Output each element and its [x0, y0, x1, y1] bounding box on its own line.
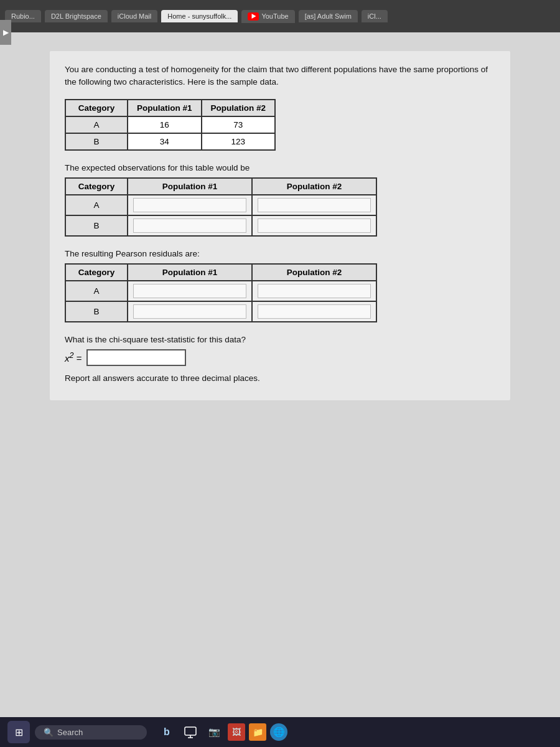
- taskbar-icon-b[interactable]: b: [157, 722, 177, 742]
- left-nav-arrow[interactable]: ▶: [0, 20, 11, 45]
- sample-row-a-pop2: 73: [202, 116, 276, 133]
- expected-row-b-pop1-cell[interactable]: [128, 215, 252, 236]
- expected-header-category: Category: [65, 178, 128, 195]
- expected-header-pop2: Population #2: [252, 178, 376, 195]
- tab-d2l[interactable]: D2L Brightspace: [45, 10, 108, 22]
- table-row: B: [65, 215, 376, 236]
- footer-note: Report all answers accurate to three dec…: [65, 374, 495, 383]
- expected-row-b-cat: B: [65, 215, 128, 236]
- pearson-row-b-pop1-cell[interactable]: [128, 301, 252, 322]
- search-icon: 🔍: [44, 728, 54, 737]
- expected-row-b-pop2-input[interactable]: [258, 218, 371, 233]
- pearson-header-category: Category: [65, 264, 128, 281]
- expected-row-a-cat: A: [65, 195, 128, 215]
- pearson-row-b-cat: B: [65, 301, 128, 322]
- sample-row-b-pop2: 123: [202, 133, 276, 150]
- sample-row-b-pop1: 34: [128, 133, 202, 150]
- taskbar-icons: b 📷 🖼 📁 🌐: [157, 722, 287, 742]
- expected-row-a-pop1-input[interactable]: [133, 198, 246, 212]
- expected-row-b-pop2-cell[interactable]: [252, 215, 376, 236]
- problem-intro: You are conducting a test of homogeneity…: [65, 63, 495, 89]
- pearson-table: Category Population #1 Population #2 A: [65, 263, 377, 322]
- content-box: You are conducting a test of homogeneity…: [50, 51, 510, 400]
- table-row: B: [65, 301, 376, 322]
- expected-row-b-pop1-input[interactable]: [133, 218, 246, 233]
- youtube-icon: [248, 12, 259, 21]
- windows-start-button[interactable]: ⊞: [7, 721, 30, 743]
- table-row: B 34 123: [65, 133, 275, 150]
- sample-data-table: Category Population #1 Population #2 A 1…: [65, 99, 276, 151]
- tab-home[interactable]: Home - sunysuffolk...: [161, 10, 238, 22]
- taskbar-icon-camera[interactable]: 📷: [204, 722, 224, 742]
- table-row: A 16 73: [65, 116, 275, 133]
- tab-icl[interactable]: iCl...: [362, 10, 388, 22]
- taskbar-icon-image[interactable]: 🖼: [228, 723, 245, 741]
- sample-header-category: Category: [65, 100, 128, 116]
- pearson-header-pop2: Population #2: [252, 264, 376, 281]
- tab-adultswim[interactable]: [as] Adult Swim: [299, 10, 358, 22]
- windows-icon: ⊞: [15, 726, 23, 738]
- taskbar-icon-monitor[interactable]: [180, 722, 200, 742]
- pearson-row-a-pop2-input[interactable]: [258, 284, 371, 298]
- chi-symbol: x2 =: [65, 351, 82, 364]
- chi-square-row: x2 =: [65, 349, 495, 366]
- expected-row-a-pop1-cell[interactable]: [128, 195, 252, 215]
- sample-row-a-cat: A: [65, 116, 128, 133]
- pearson-row-b-pop2-cell[interactable]: [252, 301, 376, 322]
- pearson-row-b-pop2-input[interactable]: [258, 304, 371, 319]
- tab-youtube[interactable]: YouTube: [241, 10, 294, 23]
- pearson-row-b-pop1-input[interactable]: [133, 304, 246, 319]
- sample-header-pop1: Population #1: [128, 100, 202, 116]
- pearson-row-a-pop1-input[interactable]: [133, 284, 246, 298]
- taskbar-search-bar[interactable]: 🔍 Search: [35, 725, 147, 740]
- search-label: Search: [57, 728, 83, 737]
- chi-square-question: What is the chi-square test-statistic fo…: [65, 335, 495, 344]
- pearson-row-a-pop1-cell[interactable]: [128, 281, 252, 301]
- sample-row-b-cat: B: [65, 133, 128, 150]
- sample-header-pop2: Population #2: [202, 100, 276, 116]
- table-row: A: [65, 281, 376, 301]
- expected-row-a-pop2-cell[interactable]: [252, 195, 376, 215]
- taskbar-icon-folder[interactable]: 📁: [249, 723, 266, 741]
- expected-label: The expected observations for this table…: [65, 163, 495, 172]
- taskbar: ⊞ 🔍 Search b 📷 🖼 📁 🌐: [0, 717, 560, 747]
- table-row: A: [65, 195, 376, 215]
- expected-table: Category Population #1 Population #2 A: [65, 177, 377, 237]
- expected-header-pop1: Population #1: [128, 178, 252, 195]
- pearson-header-pop1: Population #1: [128, 264, 252, 281]
- chi-square-input[interactable]: [86, 349, 186, 366]
- sample-row-a-pop1: 16: [128, 116, 202, 133]
- pearson-row-a-pop2-cell[interactable]: [252, 281, 376, 301]
- browser-bar: Rubio... D2L Brightspace iCloud Mail Hom…: [0, 0, 560, 32]
- expected-row-a-pop2-input[interactable]: [258, 198, 371, 212]
- pearson-label: The resulting Pearson residuals are:: [65, 249, 495, 258]
- tab-icloud[interactable]: iCloud Mail: [111, 10, 157, 22]
- pearson-row-a-cat: A: [65, 281, 128, 301]
- taskbar-icon-browser[interactable]: 🌐: [270, 723, 287, 741]
- svg-rect-0: [185, 727, 196, 735]
- main-content: You are conducting a test of homogeneity…: [0, 32, 560, 717]
